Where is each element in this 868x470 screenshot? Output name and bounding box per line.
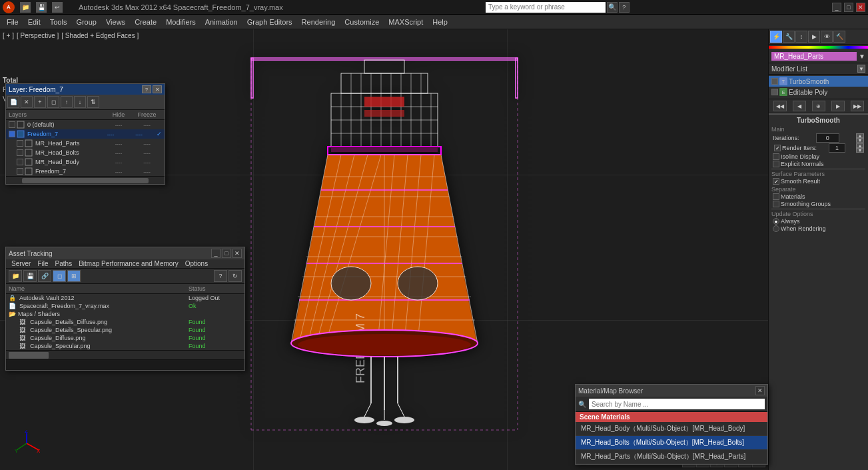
minimize-button[interactable]: _ (832, 3, 841, 12)
layer-default-checkbox[interactable] (9, 121, 15, 128)
mod-editpoly-checkbox[interactable] (771, 89, 778, 95)
close-button[interactable]: ✕ (856, 3, 865, 12)
ts-iterations-input[interactable] (816, 133, 839, 143)
ts-explicit-normals-checkbox[interactable] (773, 161, 779, 167)
asset-row-capsule-diff[interactable]: 🖼 Capsule_Details_Diffuse.png Found (6, 318, 244, 326)
rp-icon-create[interactable]: ⚡ (770, 31, 782, 43)
restore-button[interactable]: □ (844, 3, 853, 12)
asset-group-maps[interactable]: 📂 Maps / Shaders (6, 310, 244, 318)
layer-tool-sel-layer[interactable]: ◻ (47, 96, 59, 108)
mat-item-head-parts[interactable]: MR_Head_Parts（Multi/Sub-Object）[MR_Head_… (576, 450, 767, 464)
asset-row-vault[interactable]: 🔒 Autodesk Vault 2012 Logged Out (6, 294, 244, 302)
vp-perspective[interactable]: [ Perspective ] (17, 32, 59, 39)
layer-tool-invert[interactable]: ⇅ (87, 96, 99, 108)
layer-tool-delete[interactable]: ✕ (21, 96, 33, 108)
asset-tool-help[interactable]: ? (214, 270, 227, 282)
titlebar-search-input[interactable] (486, 2, 606, 13)
save-icon[interactable]: 💾 (36, 2, 47, 13)
asset-scroll-thumb[interactable] (9, 352, 49, 359)
mat-item-head-bolts[interactable]: MR_Head_Bolts（Multi/Sub-Object）[MR_Head_… (576, 436, 767, 450)
material-close-button[interactable]: ✕ (755, 386, 765, 395)
asset-tool-5[interactable]: ⊞ (67, 270, 81, 282)
asset-scrollbar[interactable] (6, 350, 244, 359)
layer-scrollbar[interactable] (6, 176, 165, 184)
menu-views[interactable]: Views (102, 17, 129, 27)
question-icon[interactable]: ? (619, 2, 630, 13)
layer-tool-down[interactable]: ↓ (74, 96, 86, 108)
ts-smoothing-groups-checkbox[interactable] (773, 201, 779, 207)
ts-iterations-spinner[interactable]: ▲ ▼ (856, 133, 864, 143)
rp-nav-insert-btn[interactable]: ⊕ (812, 101, 825, 111)
asset-close-button[interactable]: ✕ (232, 249, 242, 258)
asset-menu-options[interactable]: Options (183, 260, 211, 267)
ts-render-iters-checkbox[interactable]: ✓ (774, 145, 781, 151)
asset-row-capsule-diffuse2[interactable]: 🖼 Capsule_Diffuse.png Found (6, 334, 244, 342)
layer-row-mr-head-parts[interactable]: MR_Head_Parts ---- ---- (6, 139, 165, 148)
menu-maxscript[interactable]: MAXScript (384, 17, 427, 27)
layer-row-default[interactable]: 0 (default) ---- ---- (6, 120, 165, 129)
asset-tool-4[interactable]: ◻ (53, 270, 66, 282)
mod-turbosmooth-checkbox[interactable] (771, 78, 778, 85)
layer-row-mr-head-bolts[interactable]: MR_Head_Bolts ---- ---- (6, 148, 165, 157)
menu-animation[interactable]: Animation (201, 17, 242, 27)
vp-plus[interactable]: [ + ] (3, 32, 14, 39)
layer-row-mr-head-body[interactable]: MR_Head_Body ---- ---- (6, 157, 165, 167)
asset-menu-bitmap[interactable]: Bitmap Performance and Memory (76, 260, 181, 267)
menu-rendering[interactable]: Rendering (298, 17, 340, 27)
layer-tool-move[interactable]: ↑ (61, 96, 73, 108)
layer-scroll-track[interactable] (22, 178, 149, 183)
ts-smooth-result-checkbox[interactable]: ✓ (773, 178, 779, 185)
layer-mrhead-bolts-checkbox[interactable] (17, 149, 23, 156)
rp-nav-prev-one-btn[interactable]: ◀ (793, 101, 806, 111)
asset-tool-1[interactable]: 📁 (9, 270, 22, 282)
mat-item-head-body[interactable]: MR_Head_Body（Multi/Sub-Object）[MR_Head_B… (576, 422, 767, 436)
asset-row-capsule-spec[interactable]: 🖼 Capsule_Details_Specular.png Found (6, 326, 244, 334)
layer-mrhead-parts-checkbox[interactable] (17, 140, 23, 147)
ts-render-iters-input[interactable] (829, 143, 845, 153)
layer-help-button[interactable]: ? (142, 85, 151, 93)
undo-icon[interactable]: ↩ (52, 2, 63, 13)
asset-tool-2[interactable]: 💾 (23, 270, 37, 282)
layer-row-freedom7-sub[interactable]: Freedom_7 ---- ---- (6, 167, 165, 176)
vp-shading[interactable]: [ Shaded + Edged Faces ] (61, 32, 139, 39)
rp-nav-prev-btn[interactable]: ◀◀ (773, 101, 787, 111)
rp-icon-hierarchy[interactable]: ↕ (795, 31, 807, 43)
menu-tools[interactable]: Tools (46, 17, 71, 27)
modifier-turbosmooth[interactable]: T TurboSmooth (769, 76, 868, 87)
rp-icon-modify[interactable]: 🔧 (783, 31, 795, 43)
search-icon[interactable]: 🔍 (607, 2, 618, 13)
menu-create[interactable]: Create (131, 17, 161, 27)
menu-group[interactable]: Group (72, 17, 101, 27)
rp-icon-motion[interactable]: ▶ (808, 31, 820, 43)
layer-tool-new[interactable]: 📄 (7, 96, 19, 108)
ts-when-rendering-radio[interactable] (773, 225, 779, 232)
asset-menu-paths[interactable]: Paths (53, 260, 75, 267)
dropdown-icon[interactable]: ▼ (859, 53, 865, 60)
layer-mrhead-body-checkbox[interactable] (17, 159, 23, 165)
asset-menu-server[interactable]: Server (9, 260, 33, 267)
layer-freedom7-checkbox[interactable] (9, 131, 15, 137)
rp-nav-next-one-btn[interactable]: ▶ (831, 101, 845, 111)
file-menu-icon[interactable]: 📁 (20, 2, 31, 13)
rp-icon-display[interactable]: 👁 (821, 31, 833, 43)
menu-edit[interactable]: Edit (24, 17, 45, 27)
ts-always-radio[interactable]: ● (773, 218, 779, 225)
rp-nav-next-btn[interactable]: ▶▶ (851, 101, 864, 111)
menu-graph-editors[interactable]: Graph Editors (243, 17, 296, 27)
asset-row-capsule-specular2[interactable]: 🖼 Capsule_Specular.png Found (6, 342, 244, 350)
menu-file[interactable]: File (3, 17, 23, 27)
rp-icon-utilities[interactable]: 🔨 (833, 31, 845, 43)
modifier-list-dropdown[interactable]: ▼ (857, 65, 865, 73)
menu-help[interactable]: Help (428, 17, 452, 27)
layer-tool-add-sel[interactable]: + (34, 96, 46, 108)
menu-modifiers[interactable]: Modifiers (162, 17, 200, 27)
material-search-input[interactable] (589, 399, 765, 409)
asset-restore-button[interactable]: □ (222, 249, 231, 258)
ts-materials-checkbox[interactable] (773, 193, 779, 200)
asset-minimize-button[interactable]: _ (211, 249, 220, 258)
menu-customize[interactable]: Customize (340, 17, 383, 27)
layer-row-freedom7[interactable]: Freedom_7 ---- ---- ✓ (6, 129, 165, 139)
asset-menu-file[interactable]: File (35, 260, 51, 267)
modifier-editable-poly[interactable]: E Editable Poly (769, 87, 868, 97)
asset-tool-refresh[interactable]: ↻ (228, 270, 242, 282)
